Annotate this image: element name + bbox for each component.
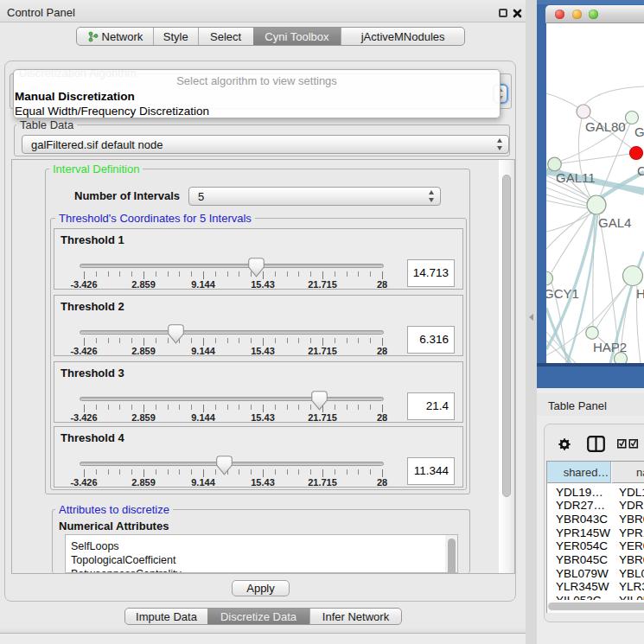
svg-text:GAL80: GAL80 (585, 119, 626, 134)
svg-text:HAP2: HAP2 (593, 340, 627, 354)
svg-text:GAL11: GAL11 (556, 170, 596, 185)
svg-text:GAL: GAL (634, 124, 644, 139)
svg-text:GCY1: GCY1 (546, 286, 579, 301)
svg-text:GAL4: GAL4 (598, 215, 631, 230)
svg-text:HIS4: HIS4 (636, 286, 644, 301)
svg-text:CD: CD (637, 163, 644, 178)
